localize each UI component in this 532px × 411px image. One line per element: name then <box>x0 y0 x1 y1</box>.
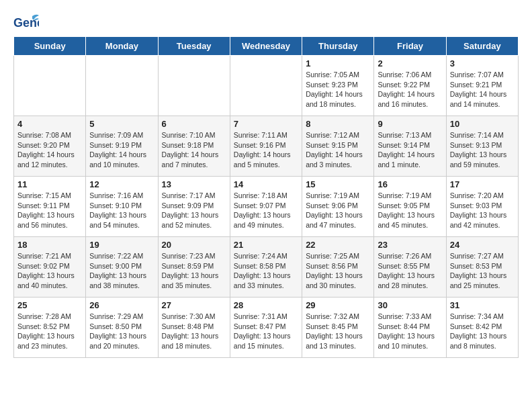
date-number: 1 <box>306 58 370 68</box>
cell-info: Sunrise: 7:27 AM Sunset: 8:53 PM Dayligh… <box>450 251 515 291</box>
cell-info: Sunrise: 7:19 AM Sunset: 9:05 PM Dayligh… <box>378 191 442 230</box>
calendar-cell: 23Sunrise: 7:26 AM Sunset: 8:55 PM Dayli… <box>374 237 446 298</box>
date-number: 26 <box>89 300 154 310</box>
svg-text:General: General <box>13 16 39 30</box>
cell-info: Sunrise: 7:19 AM Sunset: 9:06 PM Dayligh… <box>306 191 370 230</box>
calendar-cell <box>158 56 230 116</box>
day-header-sunday: Sunday <box>14 37 86 56</box>
calendar-cell: 12Sunrise: 7:16 AM Sunset: 9:10 PM Dayli… <box>86 177 158 237</box>
cell-info: Sunrise: 7:23 AM Sunset: 8:59 PM Dayligh… <box>162 251 226 291</box>
date-number: 3 <box>450 58 515 68</box>
calendar-cell: 4Sunrise: 7:08 AM Sunset: 9:20 PM Daylig… <box>14 116 86 177</box>
calendar-cell: 6Sunrise: 7:10 AM Sunset: 9:18 PM Daylig… <box>158 116 230 177</box>
day-header-friday: Friday <box>374 37 446 56</box>
calendar-cell: 31Sunrise: 7:34 AM Sunset: 8:42 PM Dayli… <box>446 298 518 358</box>
date-number: 18 <box>17 240 82 250</box>
cell-info: Sunrise: 7:08 AM Sunset: 9:20 PM Dayligh… <box>17 130 82 170</box>
calendar-cell: 24Sunrise: 7:27 AM Sunset: 8:53 PM Dayli… <box>446 237 518 298</box>
cell-info: Sunrise: 7:06 AM Sunset: 9:22 PM Dayligh… <box>378 70 442 109</box>
date-number: 11 <box>17 179 82 189</box>
logo: General <box>13 13 39 30</box>
day-header-monday: Monday <box>86 37 158 56</box>
cell-info: Sunrise: 7:33 AM Sunset: 8:44 PM Dayligh… <box>378 312 442 351</box>
calendar-cell: 3Sunrise: 7:07 AM Sunset: 9:21 PM Daylig… <box>446 56 518 116</box>
date-number: 6 <box>162 119 226 129</box>
calendar-cell: 5Sunrise: 7:09 AM Sunset: 9:19 PM Daylig… <box>86 116 158 177</box>
date-number: 28 <box>234 300 298 310</box>
calendar-cell: 13Sunrise: 7:17 AM Sunset: 9:09 PM Dayli… <box>158 177 230 237</box>
cell-info: Sunrise: 7:05 AM Sunset: 9:23 PM Dayligh… <box>306 70 370 109</box>
date-number: 8 <box>306 119 370 129</box>
cell-info: Sunrise: 7:31 AM Sunset: 8:47 PM Dayligh… <box>234 312 298 351</box>
calendar-cell <box>14 56 86 116</box>
date-number: 17 <box>450 179 515 189</box>
date-number: 19 <box>89 240 154 250</box>
cell-info: Sunrise: 7:32 AM Sunset: 8:45 PM Dayligh… <box>306 312 370 351</box>
cell-info: Sunrise: 7:16 AM Sunset: 9:10 PM Dayligh… <box>89 191 154 230</box>
cell-info: Sunrise: 7:17 AM Sunset: 9:09 PM Dayligh… <box>162 191 226 230</box>
date-number: 12 <box>89 179 154 189</box>
cell-info: Sunrise: 7:07 AM Sunset: 9:21 PM Dayligh… <box>450 70 515 109</box>
calendar-cell: 19Sunrise: 7:22 AM Sunset: 9:00 PM Dayli… <box>86 237 158 298</box>
day-header-wednesday: Wednesday <box>230 37 302 56</box>
cell-info: Sunrise: 7:30 AM Sunset: 8:48 PM Dayligh… <box>162 312 226 351</box>
date-number: 5 <box>89 119 154 129</box>
calendar-cell: 1Sunrise: 7:05 AM Sunset: 9:23 PM Daylig… <box>302 56 374 116</box>
calendar-table: SundayMondayTuesdayWednesdayThursdayFrid… <box>13 36 519 358</box>
cell-info: Sunrise: 7:09 AM Sunset: 9:19 PM Dayligh… <box>89 130 154 170</box>
cell-info: Sunrise: 7:25 AM Sunset: 8:56 PM Dayligh… <box>306 251 370 291</box>
date-number: 15 <box>306 179 370 189</box>
date-number: 20 <box>162 240 226 250</box>
calendar-cell: 28Sunrise: 7:31 AM Sunset: 8:47 PM Dayli… <box>230 298 302 358</box>
date-number: 9 <box>378 119 442 129</box>
logo-icon: General <box>13 13 39 35</box>
cell-info: Sunrise: 7:14 AM Sunset: 9:13 PM Dayligh… <box>450 130 515 170</box>
day-header-tuesday: Tuesday <box>158 37 230 56</box>
date-number: 13 <box>162 179 226 189</box>
date-number: 7 <box>234 119 298 129</box>
calendar-cell <box>230 56 302 116</box>
cell-info: Sunrise: 7:28 AM Sunset: 8:52 PM Dayligh… <box>17 312 82 351</box>
calendar-cell: 25Sunrise: 7:28 AM Sunset: 8:52 PM Dayli… <box>14 298 86 358</box>
calendar-week-row: 11Sunrise: 7:15 AM Sunset: 9:11 PM Dayli… <box>14 177 519 237</box>
calendar-week-row: 1Sunrise: 7:05 AM Sunset: 9:23 PM Daylig… <box>14 56 519 116</box>
cell-info: Sunrise: 7:12 AM Sunset: 9:15 PM Dayligh… <box>306 130 370 170</box>
calendar-cell: 29Sunrise: 7:32 AM Sunset: 8:45 PM Dayli… <box>302 298 374 358</box>
cell-info: Sunrise: 7:34 AM Sunset: 8:42 PM Dayligh… <box>450 312 515 351</box>
date-number: 25 <box>17 300 82 310</box>
calendar-cell <box>86 56 158 116</box>
calendar-cell: 27Sunrise: 7:30 AM Sunset: 8:48 PM Dayli… <box>158 298 230 358</box>
calendar-cell: 16Sunrise: 7:19 AM Sunset: 9:05 PM Dayli… <box>374 177 446 237</box>
cell-info: Sunrise: 7:29 AM Sunset: 8:50 PM Dayligh… <box>89 312 154 351</box>
calendar-cell: 30Sunrise: 7:33 AM Sunset: 8:44 PM Dayli… <box>374 298 446 358</box>
cell-info: Sunrise: 7:11 AM Sunset: 9:16 PM Dayligh… <box>234 130 298 170</box>
date-number: 21 <box>234 240 298 250</box>
calendar-cell: 18Sunrise: 7:21 AM Sunset: 9:02 PM Dayli… <box>14 237 86 298</box>
cell-info: Sunrise: 7:15 AM Sunset: 9:11 PM Dayligh… <box>17 191 82 230</box>
date-number: 16 <box>378 179 442 189</box>
calendar-cell: 22Sunrise: 7:25 AM Sunset: 8:56 PM Dayli… <box>302 237 374 298</box>
cell-info: Sunrise: 7:22 AM Sunset: 9:00 PM Dayligh… <box>89 251 154 291</box>
date-number: 30 <box>378 300 442 310</box>
cell-info: Sunrise: 7:20 AM Sunset: 9:03 PM Dayligh… <box>450 191 515 230</box>
day-header-saturday: Saturday <box>446 37 518 56</box>
calendar-cell: 15Sunrise: 7:19 AM Sunset: 9:06 PM Dayli… <box>302 177 374 237</box>
page-header: General <box>13 13 519 30</box>
calendar-cell: 2Sunrise: 7:06 AM Sunset: 9:22 PM Daylig… <box>374 56 446 116</box>
cell-info: Sunrise: 7:13 AM Sunset: 9:14 PM Dayligh… <box>378 130 442 170</box>
calendar-cell: 10Sunrise: 7:14 AM Sunset: 9:13 PM Dayli… <box>446 116 518 177</box>
date-number: 14 <box>234 179 298 189</box>
calendar-cell: 11Sunrise: 7:15 AM Sunset: 9:11 PM Dayli… <box>14 177 86 237</box>
date-number: 4 <box>17 119 82 129</box>
cell-info: Sunrise: 7:21 AM Sunset: 9:02 PM Dayligh… <box>17 251 82 291</box>
calendar-cell: 20Sunrise: 7:23 AM Sunset: 8:59 PM Dayli… <box>158 237 230 298</box>
date-number: 10 <box>450 119 515 129</box>
calendar-cell: 7Sunrise: 7:11 AM Sunset: 9:16 PM Daylig… <box>230 116 302 177</box>
date-number: 24 <box>450 240 515 250</box>
cell-info: Sunrise: 7:24 AM Sunset: 8:58 PM Dayligh… <box>234 251 298 291</box>
calendar-cell: 26Sunrise: 7:29 AM Sunset: 8:50 PM Dayli… <box>86 298 158 358</box>
day-header-thursday: Thursday <box>302 37 374 56</box>
date-number: 27 <box>162 300 226 310</box>
calendar-header-row: SundayMondayTuesdayWednesdayThursdayFrid… <box>14 37 519 56</box>
calendar-cell: 9Sunrise: 7:13 AM Sunset: 9:14 PM Daylig… <box>374 116 446 177</box>
